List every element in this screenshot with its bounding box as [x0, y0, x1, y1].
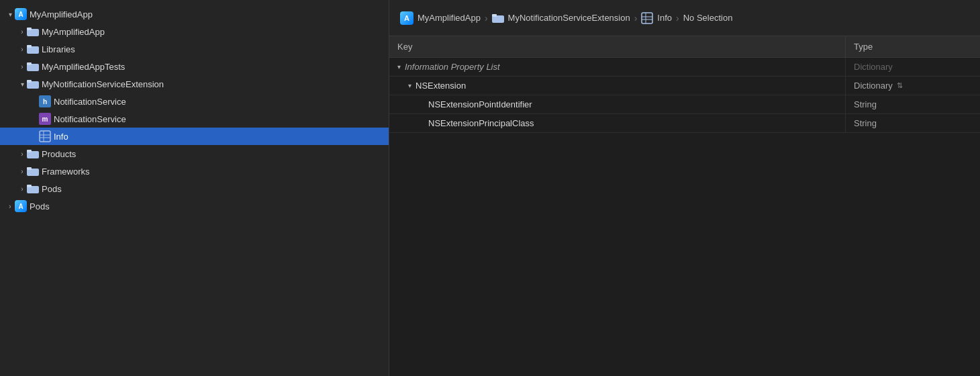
table-cell-key: NSExtensionPointIdentifier [389, 95, 846, 113]
sort-icon[interactable]: ⇅ [897, 81, 903, 90]
sidebar-item-pods-folder[interactable]: Pods [0, 180, 389, 197]
table-cell-key: NSExtensionPrincipalClass [389, 114, 846, 132]
breadcrumb-app-icon [400, 11, 413, 25]
sidebar-item-notificationservice-h[interactable]: hNotificationService [0, 93, 389, 110]
sidebar-item-info[interactable]: Info [0, 128, 389, 145]
table-header: Key Type [389, 36, 980, 58]
type-text: Dictionary [854, 62, 893, 72]
folder-icon [27, 44, 39, 54]
type-text: String [854, 99, 877, 109]
row-chevron-icon: ▾ [397, 63, 401, 70]
sidebar-item-myamplifiedapp-root[interactable]: MyAmplifiedApp [0, 5, 389, 23]
app-icon [15, 200, 27, 212]
key-text: Information Property List [405, 62, 500, 72]
sidebar-item-myamplifiedapp-folder[interactable]: MyAmplifiedApp [0, 23, 389, 40]
key-text: NSExtensionPointIdentifier [428, 99, 532, 109]
type-text: String [854, 118, 877, 128]
sidebar-item-notificationservice-m[interactable]: mNotificationService [0, 110, 389, 128]
chevron-icon [17, 149, 27, 158]
chevron-icon [17, 62, 27, 71]
table-row[interactable]: ▾NSExtensionDictionary⇅ [389, 77, 980, 95]
sidebar-item-label: Products [42, 149, 76, 159]
table-cell-type: String [846, 95, 980, 113]
table-row[interactable]: ▾Information Property ListDictionary [389, 58, 980, 77]
sidebar-item-label: Libraries [42, 44, 75, 54]
main-panel: MyAmplifiedApp › MyNotificationServiceEx… [389, 0, 980, 376]
chevron-icon [5, 201, 15, 211]
sidebar-item-frameworks[interactable]: Frameworks [0, 162, 389, 180]
table-cell-key: ▾Information Property List [389, 58, 846, 76]
chevron-icon [17, 79, 27, 89]
svg-rect-8 [40, 131, 50, 142]
chevron-icon [17, 27, 27, 36]
sidebar: MyAmplifiedAppMyAmplifiedAppLibrariesMyA… [0, 0, 389, 376]
breadcrumb: MyAmplifiedApp › MyNotificationServiceEx… [389, 0, 980, 36]
table-header-type: Type [846, 36, 980, 57]
sidebar-item-label: MyAmplifiedApp [42, 27, 105, 37]
breadcrumb-sep-3: › [676, 13, 679, 23]
breadcrumb-sep-2: › [634, 13, 638, 23]
chevron-icon [17, 184, 27, 193]
svg-rect-15 [27, 167, 32, 170]
chevron-icon [5, 9, 15, 19]
breadcrumb-folder-icon-wrapper [492, 13, 504, 23]
table-cell-type: Dictionary⇅ [846, 77, 980, 95]
folder-icon [27, 167, 39, 176]
sidebar-item-label: MyAmplifiedApp [30, 9, 93, 19]
folder-icon [27, 79, 39, 89]
svg-rect-19 [492, 14, 497, 17]
sidebar-item-libraries[interactable]: Libraries [0, 40, 389, 58]
svg-rect-1 [27, 28, 32, 30]
sidebar-item-mynotificationserviceextension[interactable]: MyNotificationServiceExtension [0, 75, 389, 93]
plist-icon [39, 130, 51, 142]
sidebar-item-label: Pods [30, 201, 50, 211]
table-row[interactable]: NSExtensionPointIdentifierString [389, 95, 980, 114]
table-header-key: Key [389, 36, 846, 57]
svg-rect-17 [27, 185, 32, 187]
table-row[interactable]: NSExtensionPrincipalClassString [389, 114, 980, 133]
breadcrumb-app-label: MyAmplifiedApp [418, 13, 481, 23]
sidebar-item-label: MyNotificationServiceExtension [42, 79, 164, 89]
folder-icon [27, 27, 39, 36]
svg-rect-3 [27, 45, 32, 48]
table-cell-type: String [846, 114, 980, 132]
sidebar-item-pods-app[interactable]: Pods [0, 197, 389, 215]
table-cell-type: Dictionary [846, 58, 980, 76]
sidebar-item-label: Pods [42, 184, 62, 194]
table-cell-key: ▾NSExtension [389, 77, 846, 95]
sidebar-item-label: MyAmplifiedAppTests [42, 62, 125, 72]
svg-rect-20 [642, 13, 652, 23]
sidebar-item-label: NotificationService [54, 97, 126, 107]
breadcrumb-plist-label: Info [657, 13, 672, 23]
sidebar-item-myamplifiedapptests[interactable]: MyAmplifiedAppTests [0, 58, 389, 75]
sidebar-item-label: Frameworks [42, 167, 90, 177]
row-chevron-icon: ▾ [408, 82, 411, 89]
chevron-icon [17, 44, 27, 54]
breadcrumb-folder-icon [492, 13, 504, 23]
app-icon [15, 8, 27, 20]
sidebar-item-label: Info [54, 132, 68, 142]
sidebar-item-label: NotificationService [54, 114, 126, 124]
svg-rect-13 [27, 150, 32, 152]
breadcrumb-folder-label: MyNotificationServiceExtension [508, 13, 630, 23]
breadcrumb-no-selection: No Selection [683, 13, 733, 23]
folder-icon [27, 149, 39, 158]
table-area: Key Type ▾Information Property ListDicti… [389, 36, 980, 376]
h-file-icon: h [39, 95, 51, 107]
svg-rect-7 [27, 80, 32, 83]
folder-icon [27, 184, 39, 193]
sidebar-item-products[interactable]: Products [0, 145, 389, 162]
breadcrumb-plist-icon-wrapper [641, 12, 653, 24]
folder-icon [27, 62, 39, 71]
type-text: Dictionary [854, 81, 893, 91]
svg-rect-5 [27, 62, 32, 65]
breadcrumb-sep-1: › [485, 13, 488, 23]
key-text: NSExtension [415, 81, 466, 91]
m-file-icon: m [39, 113, 51, 125]
chevron-icon [17, 167, 27, 176]
key-text: NSExtensionPrincipalClass [428, 118, 534, 128]
breadcrumb-plist-icon [641, 12, 653, 24]
